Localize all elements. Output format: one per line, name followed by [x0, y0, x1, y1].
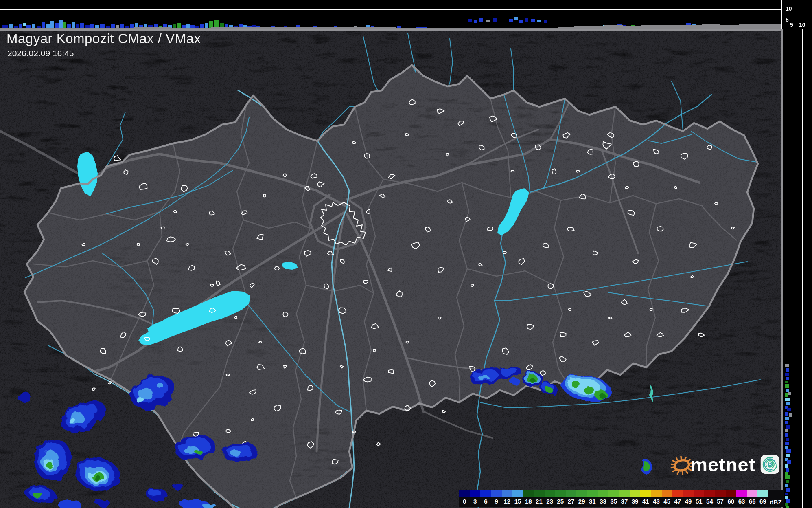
legend-level: 35 — [608, 490, 619, 505]
legend-level: 41 — [640, 490, 651, 505]
legend-level: 33 — [598, 490, 608, 505]
page-title: Magyar Kompozit CMax / VMax — [7, 31, 201, 46]
legend-swatch — [630, 490, 640, 497]
legend-value: 37 — [621, 498, 628, 505]
top-profile-axis-label-10km: 10 — [786, 5, 792, 12]
legend-swatch — [512, 490, 523, 497]
legend-level: 27 — [566, 490, 576, 505]
legend-level: 45 — [662, 490, 672, 505]
top-profile-axis-label-5km: 5 — [786, 16, 789, 23]
legend-swatch — [672, 490, 683, 497]
legend-level: 54 — [704, 490, 715, 505]
height-gridline — [0, 9, 781, 10]
legend-value: 31 — [589, 498, 596, 505]
legend-level: 31 — [587, 490, 598, 505]
right-profile-axis-label-10km: 10 — [799, 22, 805, 28]
map-area — [0, 29, 782, 508]
legend-swatch — [555, 490, 566, 497]
reflectivity-color-scale: 0369121518212325272931333537394143454749… — [459, 490, 784, 507]
legend-level: 6 — [480, 490, 491, 505]
legend-level: 49 — [683, 490, 694, 505]
legend-level: 39 — [630, 490, 640, 505]
legend-swatch — [694, 490, 704, 497]
legend-level: 21 — [534, 490, 544, 505]
legend-swatch — [662, 490, 672, 497]
legend-level: 12 — [502, 490, 512, 505]
legend-value: 0 — [463, 498, 466, 505]
legend-value: 9 — [495, 498, 498, 505]
legend-level: 18 — [523, 490, 534, 505]
app-spiral-icon — [760, 452, 780, 477]
legend-value: 27 — [568, 498, 575, 505]
legend-level: 37 — [619, 490, 630, 505]
legend-swatch — [491, 490, 502, 497]
legend-level: 66 — [747, 490, 757, 505]
color-scale-unit: dBZ — [770, 499, 781, 506]
legend-swatch — [726, 490, 736, 497]
legend-value: 66 — [749, 498, 756, 505]
legend-value: 3 — [473, 498, 477, 505]
legend-value: 25 — [557, 498, 564, 505]
legend-level: 0 — [459, 490, 470, 505]
map-right-edge — [781, 29, 783, 508]
legend-value: 57 — [717, 498, 724, 505]
legend-level: 43 — [651, 490, 661, 505]
legend-swatch — [640, 490, 651, 497]
legend-swatch — [757, 490, 768, 497]
legend-swatch — [736, 490, 747, 497]
legend-swatch — [534, 490, 544, 497]
metnet-logo: metnet — [670, 449, 780, 480]
legend-level: 63 — [736, 490, 747, 505]
legend-value: 35 — [610, 498, 617, 505]
legend-value: 29 — [578, 498, 585, 505]
legend-value: 18 — [525, 498, 532, 505]
legend-level: 51 — [694, 490, 704, 505]
legend-value: 45 — [663, 498, 670, 505]
height-gridline — [0, 20, 781, 20]
legend-level: 3 — [470, 490, 480, 505]
legend-value: 12 — [504, 498, 511, 505]
legend-swatch — [683, 490, 694, 497]
legend-swatch — [523, 490, 534, 497]
legend-swatch — [576, 490, 587, 497]
legend-swatch — [459, 490, 470, 497]
legend-value: 54 — [706, 498, 713, 505]
color-scale-cells: 0369121518212325272931333537394143454749… — [459, 490, 768, 505]
legend-swatch — [587, 490, 598, 497]
legend-value: 33 — [600, 498, 606, 505]
legend-value: 51 — [696, 498, 703, 505]
legend-swatch — [704, 490, 715, 497]
timestamp: 2026.02.09 16:45 — [7, 48, 74, 58]
legend-swatch — [608, 490, 619, 497]
legend-value: 63 — [738, 498, 745, 505]
legend-swatch — [470, 490, 480, 497]
legend-value: 69 — [759, 498, 766, 505]
legend-level: 60 — [726, 490, 736, 505]
legend-value: 15 — [514, 498, 521, 505]
legend-level: 57 — [715, 490, 726, 505]
legend-swatch — [619, 490, 630, 497]
legend-value: 41 — [642, 498, 649, 505]
legend-level: 23 — [545, 490, 555, 505]
map-top-edge — [0, 29, 782, 31]
legend-value: 43 — [653, 498, 660, 505]
legend-swatch — [502, 490, 512, 497]
radar-app-window: Magyar Kompozit CMax / VMax 2026.02.09 1… — [0, 0, 812, 508]
height-gridline — [802, 29, 803, 508]
legend-swatch — [480, 490, 491, 497]
legend-level: 25 — [555, 490, 566, 505]
legend-level: 69 — [757, 490, 768, 505]
legend-level: 29 — [576, 490, 587, 505]
brand-wordmark: metnet — [690, 453, 755, 476]
legend-value: 49 — [685, 498, 692, 505]
legend-swatch — [715, 490, 726, 497]
legend-swatch — [545, 490, 555, 497]
legend-value: 6 — [484, 498, 487, 505]
legend-swatch — [566, 490, 576, 497]
legend-level: 9 — [491, 490, 502, 505]
legend-swatch — [651, 490, 661, 497]
legend-value: 23 — [546, 498, 553, 505]
legend-swatch — [747, 490, 757, 497]
legend-value: 60 — [727, 498, 734, 505]
legend-level: 47 — [672, 490, 683, 505]
